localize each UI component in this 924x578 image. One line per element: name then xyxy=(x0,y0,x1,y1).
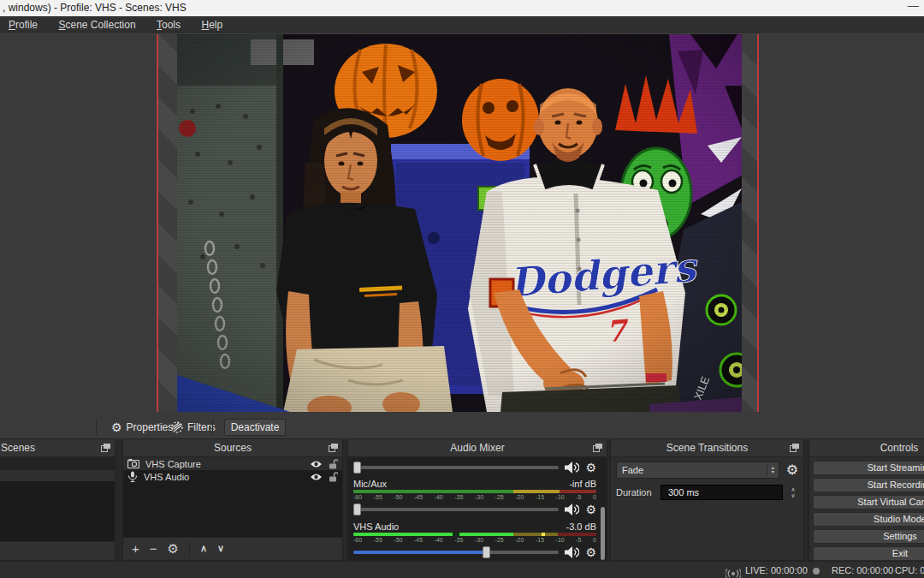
meter-scale: -60-55-50-45-40-35-30-25-20-15-10-50 xyxy=(353,536,596,544)
channel-db: -3.0 dB xyxy=(566,521,596,532)
microphone-icon xyxy=(127,471,138,482)
source-properties-button[interactable]: ⚙ xyxy=(168,542,179,555)
camera-icon xyxy=(127,459,139,468)
channel-gear-icon[interactable]: ⚙ xyxy=(585,546,596,558)
scene-item-selected[interactable] xyxy=(0,470,115,481)
toolbar-separator xyxy=(189,542,190,556)
volume-meter xyxy=(353,490,596,493)
channel-gear-icon[interactable]: ⚙ xyxy=(585,462,596,474)
transition-value: Fade xyxy=(617,465,767,475)
mixer-channel-label: VHS Audio -3.0 dB xyxy=(353,521,596,532)
start-recording-button[interactable]: Start Recording xyxy=(813,478,924,492)
slider-handle[interactable] xyxy=(353,462,361,474)
channel-gear-icon[interactable]: ⚙ xyxy=(585,504,596,515)
mixer-channel-label: Mic/Aux -inf dB xyxy=(353,479,596,489)
audio-mixer-dock: Audio Mixer ⚙ Mic/Au xyxy=(347,438,607,561)
mixer-title: Audio Mixer xyxy=(450,442,504,454)
source-row-vhs-audio[interactable]: VHS Audio xyxy=(123,470,342,483)
menu-tools[interactable]: Tools xyxy=(148,17,189,33)
start-streaming-button[interactable]: Start Streaming xyxy=(813,461,924,475)
dock-icon[interactable] xyxy=(593,444,602,452)
video-preview[interactable]: XILE xyxy=(177,34,742,412)
menu-scene-collection[interactable]: Scene Collection xyxy=(50,17,144,33)
volume-slider[interactable]: ⚙ xyxy=(353,461,596,474)
start-virtual-camera-button[interactable]: Start Virtual Camera xyxy=(813,495,924,509)
source-row-vhs-capture[interactable]: VHS Capture xyxy=(123,457,342,470)
live-time: LIVE: 00:00:00 xyxy=(745,562,808,578)
speaker-icon[interactable] xyxy=(565,462,579,474)
mixer-scrollbar[interactable] xyxy=(601,507,605,560)
preview-workspace: XILE xyxy=(0,33,924,415)
channel-name: Mic/Aux xyxy=(353,479,387,489)
menu-help[interactable]: Help xyxy=(192,17,231,33)
minimize-button[interactable]: — xyxy=(908,0,919,14)
exit-button[interactable]: Exit xyxy=(813,546,924,561)
eye-icon[interactable] xyxy=(310,473,323,481)
scenes-list[interactable] xyxy=(0,457,115,541)
meter-scale: -60-55-50-45-40-35-30-25-20-15-10-50 xyxy=(353,493,596,501)
deactivate-button[interactable]: Deactivate xyxy=(224,419,286,436)
sources-toolbar: + − ⚙ ∧ ∨ xyxy=(123,537,342,559)
add-source-button[interactable]: + xyxy=(132,542,139,555)
controls-dock-header: Controls xyxy=(809,439,924,457)
transitions-dock-header: Scene Transitions xyxy=(611,439,803,457)
controls-body: Start Streaming Start Recording Start Vi… xyxy=(809,457,924,567)
controls-dock: Controls Start Streaming Start Recording… xyxy=(808,438,924,561)
slider-fill xyxy=(353,551,487,554)
channel-name: VHS Audio xyxy=(353,521,399,532)
speaker-icon[interactable] xyxy=(565,546,579,558)
mixer-dock-header: Audio Mixer xyxy=(348,439,607,457)
slider-handle[interactable] xyxy=(353,504,361,515)
sources-dock: Sources VHS Capture xyxy=(122,438,343,561)
cpu-usage: CPU: 0.9% xyxy=(895,562,924,578)
studio-mode-button[interactable]: Studio Mode xyxy=(813,512,924,527)
unlock-icon[interactable] xyxy=(329,459,338,469)
dock-icon[interactable] xyxy=(101,444,110,452)
speaker-icon[interactable] xyxy=(565,504,579,515)
remove-source-button[interactable]: − xyxy=(150,542,157,555)
properties-label: Properties xyxy=(127,421,174,433)
rec-dot-icon xyxy=(813,568,820,575)
source-label: VHS Capture xyxy=(145,459,304,469)
volume-slider[interactable]: ⚙ xyxy=(353,545,596,559)
eye-icon[interactable] xyxy=(310,460,323,468)
scenes-dock-header: Scenes xyxy=(0,439,115,457)
peak-indicator xyxy=(542,533,545,536)
transitions-body: Fade ▴▾ ⚙ Duration 300 ms ∧∨ xyxy=(611,457,803,504)
window-title: , windows) - Profile: VHS - Scenes: VHS xyxy=(3,2,187,14)
status-bar: LIVE: 00:00:00 REC: 00:00:00 CPU: 0.9% xyxy=(0,561,924,578)
video-frame: XILE xyxy=(177,34,742,412)
duration-input[interactable]: 300 ms xyxy=(660,485,783,500)
dock-icon[interactable] xyxy=(329,444,338,452)
toolbar-separator xyxy=(212,419,213,435)
settings-button[interactable]: Settings xyxy=(813,529,924,544)
move-down-button[interactable]: ∨ xyxy=(217,544,224,553)
scenes-toolbar xyxy=(0,541,115,560)
volume-meter xyxy=(353,533,596,536)
slider-handle[interactable] xyxy=(483,546,490,558)
channel-db: -inf dB xyxy=(569,479,596,489)
preview-canvas[interactable]: XILE xyxy=(157,34,759,412)
properties-button[interactable]: ⚙ Properties xyxy=(111,415,173,438)
dock-area: Scenes Sources xyxy=(0,438,924,561)
source-label: VHS Audio xyxy=(144,472,304,482)
scenes-title: Scenes xyxy=(1,442,35,454)
filters-button[interactable]: Filters xyxy=(171,415,216,438)
volume-slider[interactable]: ⚙ xyxy=(353,503,596,516)
dock-icon[interactable] xyxy=(790,444,799,452)
unlock-icon[interactable] xyxy=(329,472,338,482)
sources-title: Sources xyxy=(214,442,252,454)
menu-bar: Profile Scene Collection Tools Help xyxy=(0,16,924,33)
sources-list: VHS Capture VHS xyxy=(123,457,342,537)
duration-spinner[interactable]: ∧∨ xyxy=(788,486,798,498)
transition-select[interactable]: Fade ▴▾ xyxy=(616,462,779,479)
mixer-body: ⚙ Mic/Aux -inf dB -60-55-50-45-40-35-30-… xyxy=(348,457,607,560)
scene-item[interactable] xyxy=(0,457,115,470)
menu-profile[interactable]: Profile xyxy=(0,17,46,33)
transition-gear-icon[interactable]: ⚙ xyxy=(786,463,798,477)
transitions-dock: Scene Transitions Fade ▴▾ ⚙ Duration 300… xyxy=(610,438,804,561)
combobox-spinner[interactable]: ▴▾ xyxy=(767,464,779,476)
move-up-button[interactable]: ∧ xyxy=(200,544,207,553)
broadcast-icon xyxy=(726,565,741,578)
toolbar-separator xyxy=(96,419,97,435)
